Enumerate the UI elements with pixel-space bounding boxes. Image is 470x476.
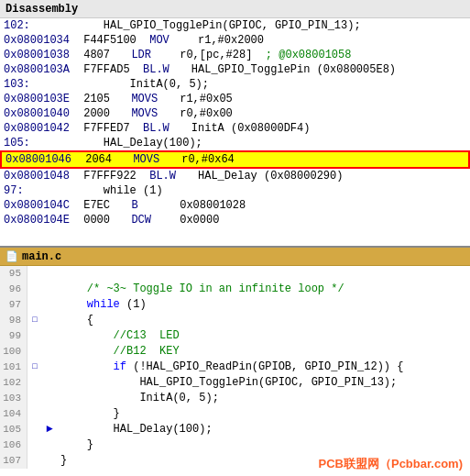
source-line-expand [27,422,42,437]
line-instruction: BL.W [130,121,185,136]
source-line: 99 //C13 LED [0,328,470,344]
source-line-content: { [57,313,93,328]
source-line-number: 105 [0,422,27,437]
disassembly-line: 0x08001034 F44F5100 MOV r1,#0x2000 [0,33,470,48]
source-line-expand [27,406,42,422]
source-line: 98□ { [0,313,470,328]
disassembly-line: 0x0800104E 0000 DCW 0x0000 [0,213,470,227]
line-address: 0x08001040 [4,106,77,121]
line-instruction: BL.W [130,62,185,77]
line-content: InitA(0, 5); [77,77,209,92]
disassembly-line: 0x0800103A F7FFAD5 BL.W HAL_GPIO_ToggleP… [0,62,470,77]
source-line-number: 107 [0,453,27,469]
source-line-number: 104 [0,406,27,422]
source-line-expand[interactable]: □ [27,360,42,375]
line-offset: 2105 [77,92,118,106]
watermark: PCB联盟网（Pcbbar.com) [319,456,463,472]
line-operand: HAL_GPIO_TogglePin (0x080005E8) [185,62,396,77]
source-line-expand[interactable]: □ [27,313,42,328]
line-offset: F7FFED7 [77,121,130,136]
line-operand: r1,#0x2000 [191,33,264,48]
source-line-content: } [57,453,67,469]
source-line-expand [27,391,42,406]
source-line-content: } [57,437,93,453]
arrow-indicator [42,360,57,375]
disassembly-line: 103: InitA(0, 5); [0,77,470,92]
line-address: 0x08001034 [4,33,77,48]
source-line: 106 } [0,437,470,453]
arrow-indicator [42,375,57,391]
line-offset: 2000 [77,106,118,121]
source-line: 95 [0,266,470,282]
source-line-content: HAL_GPIO_TogglePin(GPIOC, GPIO_PIN_13); [57,375,397,391]
file-tab: 📄 main.c [5,250,61,263]
arrow-indicator [42,391,57,406]
source-panel: 📄 main.c PCB联盟网（Pcbbar.com)95 96 /* ~3~ … [0,248,470,476]
source-line-number: 96 [0,282,27,297]
line-address: 0x0800103A [4,62,77,77]
source-line: 97 while (1) [0,297,470,313]
line-content: while (1) [77,183,163,198]
source-header: 📄 main.c [0,248,470,266]
line-operand: 0x0000 [173,213,219,227]
source-line-content: while (1) [57,297,147,313]
source-line-number: 98 [0,313,27,328]
disassembly-line: 0x08001040 2000 MOVS r0,#0x00 [0,106,470,121]
source-line-content: } [57,406,120,422]
disassembly-line: 0x08001046 2064 MOVS r0,#0x64 [0,150,470,169]
line-content: HAL_Delay(100); [77,136,202,150]
source-line-number: 102 [0,375,27,391]
line-offset: 2064 [79,152,120,167]
disassembly-line: 0x0800103E 2105 MOVS r1,#0x05 [0,92,470,106]
source-line-expand [27,328,42,344]
line-content: HAL_GPIO_TogglePin(GPIOC, GPIO_PIN_13); [77,18,361,33]
source-line: 102 HAL_GPIO_TogglePin(GPIOC, GPIO_PIN_1… [0,375,470,391]
line-address: 102: [4,18,77,33]
source-line-content: /* ~3~ Toggle IO in an infinite loop */ [57,282,344,297]
arrow-indicator [42,406,57,422]
source-line: 100 //B12 KEY [0,344,470,360]
source-line-expand [27,437,42,453]
source-line-expand [27,453,42,469]
disassembly-panel: Disassembly 102: HAL_GPIO_TogglePin(GPIO… [0,0,470,248]
line-operand: InitA (0x08000DF4) [185,121,311,136]
line-address: 0x08001048 [4,169,77,183]
source-line-content: //B12 KEY [57,344,180,360]
line-operand: r0,#0x00 [173,106,233,121]
line-address: 0x0800104E [4,213,77,227]
line-instruction: MOVS [118,106,173,121]
arrow-indicator [42,344,57,360]
source-line: 101□ if (!HAL_GPIO_ReadPin(GPIOB, GPIO_P… [0,360,470,375]
source-line-expand [27,344,42,360]
line-offset: F7FFAD5 [77,62,130,77]
arrow-indicator [42,313,57,328]
disassembly-title: Disassembly [5,3,78,16]
source-line: 96 /* ~3~ Toggle IO in an infinite loop … [0,282,470,297]
source-line-number: 100 [0,344,27,360]
source-line-number: 97 [0,297,27,313]
line-instruction: MOVS [118,92,173,106]
line-operand: 0x08001028 [173,198,246,213]
source-line-expand [27,375,42,391]
source-line-content: InitA(0, 5); [57,391,219,406]
arrow-indicator [42,297,57,313]
line-instruction: LDR [118,48,173,62]
line-instruction: BL.W [137,169,191,183]
line-address: 0x0800104C [4,198,77,213]
disassembly-line: 97: while (1) [0,183,470,198]
disassembly-line: 105: HAL_Delay(100); [0,136,470,150]
line-instruction: DCW [118,213,173,227]
source-code-area: PCB联盟网（Pcbbar.com)95 96 /* ~3~ Toggle IO… [0,266,470,476]
line-address: 0x08001038 [4,48,77,62]
disassembly-line: 0x08001048 F7FFF922 BL.W HAL_Delay (0x08… [0,169,470,183]
line-address: 0x0800103E [4,92,77,106]
line-address: 103: [4,77,77,92]
source-line-number: 99 [0,328,27,344]
line-address: 0x08001046 [5,152,79,167]
line-offset: E7EC [77,198,118,213]
line-offset: F44F5100 [77,33,137,48]
line-operand: r0,[pc,#28] [173,48,252,62]
arrow-indicator [42,266,57,282]
source-line: 104 } [0,406,470,422]
line-address: 97: [4,183,77,198]
